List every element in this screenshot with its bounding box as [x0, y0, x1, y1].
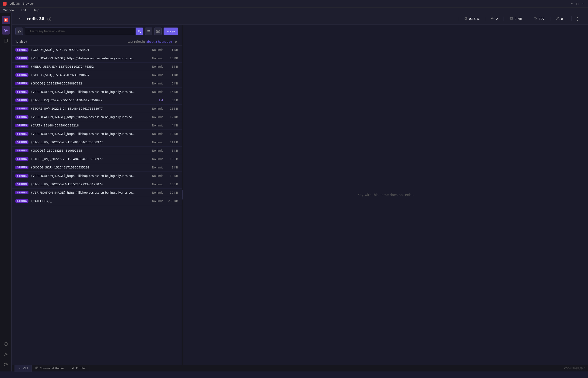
add-key-button[interactable]: + Key — [164, 27, 178, 35]
total-count: Total: 97 — [15, 40, 27, 43]
svg-rect-41 — [158, 30, 159, 31]
key-size: 136 B — [165, 183, 178, 186]
key-row[interactable]: STRING{VERIFICATION_IMAGE}_https://lilis… — [12, 130, 182, 138]
svg-line-36 — [140, 32, 141, 33]
key-name: {VERIFICATION_IMAGE}_https://lilishop-os… — [31, 90, 147, 94]
right-panel: Key with this name does not exist. — [183, 25, 588, 365]
sidebar-icon-logo[interactable]: R — [2, 16, 10, 24]
key-ttl: No limit — [149, 158, 163, 161]
key-row[interactable]: STRING{CART}_1514843045902729218No limit… — [12, 121, 182, 130]
key-row[interactable]: STRING{VERIFICATION_IMAGE}_https://lilis… — [12, 54, 182, 63]
tree-view-button[interactable] — [154, 27, 162, 35]
key-row[interactable]: STRING{CATEGORY}_No limit256 KB — [12, 197, 182, 205]
svg-rect-40 — [157, 30, 158, 31]
more-button[interactable]: ⋮ — [571, 16, 583, 21]
key-ttl: No limit — [149, 48, 163, 52]
menu-help[interactable]: Help — [31, 8, 40, 12]
key-name: {STORE_UV}_2022-5-24-1515246979343491074 — [31, 182, 147, 186]
filter-button[interactable] — [15, 27, 23, 35]
key-list-toolbar: + Key — [12, 25, 182, 38]
key-ttl: No limit — [149, 65, 163, 68]
key-name: {STORE_UV}_2022-5-28-1514843046175358977 — [31, 157, 147, 161]
key-row[interactable]: STRING{STORE_UV}_2022-5-20-1514843046175… — [12, 138, 182, 147]
bottom-tab-profiler[interactable]: Profiler — [68, 365, 90, 372]
content-area: + Key Total: 97 Last refresh: about 3 ho… — [12, 25, 588, 365]
key-ttl: No limit — [149, 141, 163, 144]
sidebar-icon-settings[interactable] — [2, 350, 10, 358]
key-name: {STORE_PV}_2022-5-30-1514843046175358977 — [31, 98, 147, 102]
cpu-icon — [464, 16, 468, 21]
list-view-button[interactable] — [145, 27, 152, 35]
key-row[interactable]: STRING{MENU_USER_ID}_1337306110277476352… — [12, 63, 182, 71]
key-row[interactable]: STRING{GOODS_SKU}_1517431715956535298No … — [12, 163, 182, 172]
key-name: {STORE_UV}_2022-5-20-1514843046175358977 — [31, 140, 147, 144]
no-key-message: Key with this name does not exist. — [358, 193, 414, 197]
key-row[interactable]: STRING{GOODS_SKU}_1514845079246790657No … — [12, 71, 182, 79]
key-row[interactable]: STRING{GOODS_SKU}_1515949199089254401No … — [12, 46, 182, 54]
key-row[interactable]: STRING{GOODS}_1515250825058897922No limi… — [12, 79, 182, 88]
sidebar-icon-alert[interactable] — [2, 340, 10, 348]
key-ttl: No limit — [149, 166, 163, 169]
window-title: redis-38 - Browser — [8, 2, 567, 5]
key-row[interactable]: STRING{GOODS}_1529882554310692865No limi… — [12, 147, 182, 155]
close-button[interactable]: ✕ — [581, 1, 585, 6]
key-ttl: No limit — [149, 191, 163, 194]
key-row[interactable]: STRING{STORE_UV}_2022-5-28-1514843046175… — [12, 155, 182, 163]
key-ttl: No limit — [149, 132, 163, 135]
minimize-button[interactable]: ─ — [569, 1, 574, 6]
key-size: 84 B — [165, 65, 178, 68]
type-badge: STRING — [15, 149, 28, 152]
key-ttl: No limit — [149, 174, 163, 177]
key-row[interactable]: STRING{VERIFICATION_IMAGE}_https://lilis… — [12, 172, 182, 180]
bottom-right-text: CSDN·奔跑吧邓子 — [564, 366, 585, 370]
sidebar-icon-github[interactable] — [2, 360, 10, 369]
search-button[interactable] — [135, 27, 143, 35]
app-container: R — [0, 13, 588, 371]
bottom-tab-cli[interactable]: >_ CLI — [14, 365, 32, 372]
key-row[interactable]: STRING{VERIFICATION_IMAGE}_https://lilis… — [12, 189, 182, 197]
search-input[interactable] — [25, 27, 143, 35]
key-ttl: No limit — [149, 183, 163, 186]
type-badge: STRING — [15, 174, 28, 177]
menubar: Window Edit Help — [0, 7, 588, 13]
key-row[interactable]: STRING{STORE_UV}_2022-5-24-1514843046175… — [12, 105, 182, 113]
svg-point-35 — [138, 30, 140, 32]
stat-keys: 107 — [528, 16, 550, 21]
key-size: 2 KB — [165, 166, 178, 169]
key-name: {CATEGORY}_ — [31, 199, 147, 203]
refresh-button[interactable]: ↻ — [173, 40, 178, 44]
svg-text:R: R — [5, 19, 7, 21]
svg-point-12 — [6, 345, 6, 345]
key-size: 4 KB — [165, 124, 178, 127]
key-row[interactable]: STRING{STORE_UV}_2022-5-24-1515246979343… — [12, 180, 182, 189]
type-badge: STRING — [15, 115, 28, 119]
refresh-info: Last refresh: about 3 hours ago ↻ — [127, 40, 178, 44]
menu-window[interactable]: Window — [2, 8, 16, 12]
refresh-time: about 3 hours ago — [146, 40, 172, 43]
key-row[interactable]: STRING{STORE_PV}_2022-5-30-1514843046175… — [12, 96, 182, 105]
key-name: {GOODS}_1529882554310692865 — [31, 149, 147, 152]
titlebar: redis-38 - Browser ─ □ ✕ — [0, 0, 588, 7]
menu-edit[interactable]: Edit — [19, 8, 27, 12]
info-icon[interactable]: ℹ — [47, 17, 51, 21]
key-ttl: No limit — [149, 124, 163, 127]
key-row[interactable]: STRING{VERIFICATION_IMAGE}_https://lilis… — [12, 113, 182, 121]
key-name: {GOODS_SKU}_1514845079246790657 — [31, 73, 147, 77]
type-badge: STRING — [15, 166, 28, 169]
type-badge: STRING — [15, 140, 28, 144]
key-ttl: No limit — [149, 116, 163, 119]
type-badge: STRING — [15, 182, 28, 186]
maximize-button[interactable]: □ — [575, 1, 580, 6]
sidebar-icon-edit[interactable] — [2, 36, 10, 45]
stat-connections: 2 — [485, 16, 504, 21]
keys-icon — [534, 16, 537, 21]
clients-icon — [556, 16, 560, 21]
sidebar-icon-keys[interactable] — [2, 26, 10, 35]
titlebar-controls: ─ □ ✕ — [569, 1, 585, 6]
svg-rect-50 — [74, 367, 74, 369]
bottom-tab-command-helper[interactable]: Command Helper — [32, 365, 68, 372]
key-ttl: No limit — [149, 107, 163, 110]
svg-point-30 — [535, 18, 535, 19]
back-button[interactable]: ← — [16, 15, 24, 22]
key-row[interactable]: STRING{VERIFICATION_IMAGE}_https://lilis… — [12, 88, 182, 96]
